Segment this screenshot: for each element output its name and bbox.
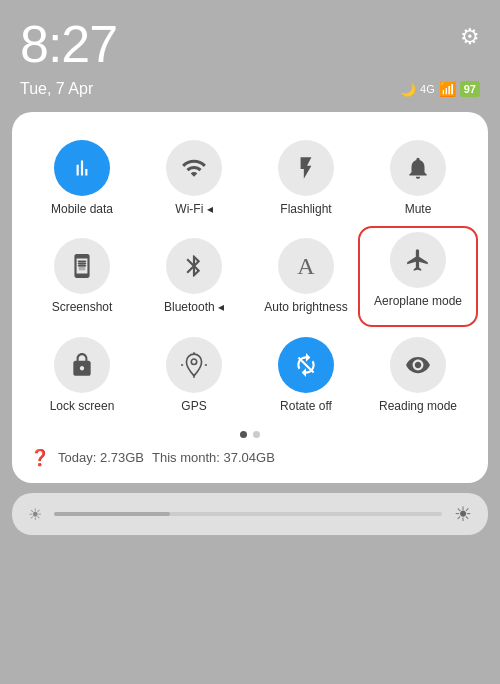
rotate-off-label: Rotate off — [280, 399, 332, 413]
brightness-bar[interactable]: ☀ ☀ — [12, 493, 488, 535]
moon-icon: 🌙 — [400, 82, 416, 97]
reading-mode-label: Reading mode — [379, 399, 457, 413]
tile-rotate-off[interactable]: Rotate off — [250, 329, 362, 421]
wifi-label: Wi-Fi ◂ — [175, 202, 212, 216]
brightness-fill — [54, 512, 170, 516]
flashlight-icon — [278, 140, 334, 196]
rotate-icon — [278, 337, 334, 393]
time-display: 8:27 — [20, 18, 117, 70]
tile-lock-screen[interactable]: Lock screen — [26, 329, 138, 421]
svg-rect-2 — [78, 265, 87, 267]
data-usage-icon: ❓ — [30, 448, 50, 467]
data-today: Today: 2.73GB — [58, 450, 144, 465]
lock-screen-label: Lock screen — [50, 399, 115, 413]
quick-settings-panel: Mobile data Wi-Fi ◂ Flashlight Mute — [12, 112, 488, 483]
bluetooth-label: Bluetooth ◂ — [164, 300, 224, 314]
tile-flashlight[interactable]: Flashlight — [250, 132, 362, 224]
mobile-data-icon — [54, 140, 110, 196]
tile-auto-brightness[interactable]: A Auto brightness — [250, 230, 362, 322]
tile-reading-mode[interactable]: Reading mode — [362, 329, 474, 421]
brightness-high-icon: ☀ — [454, 502, 472, 526]
data-usage-row: ❓ Today: 2.73GB This month: 37.04GB — [26, 446, 474, 469]
gps-icon — [166, 337, 222, 393]
tile-mute[interactable]: Mute — [362, 132, 474, 224]
mute-label: Mute — [405, 202, 432, 216]
brightness-track[interactable] — [54, 512, 442, 516]
tile-wifi[interactable]: Wi-Fi ◂ — [138, 132, 250, 224]
flashlight-label: Flashlight — [280, 202, 331, 216]
screenshot-icon — [54, 238, 110, 294]
tile-aeroplane-mode[interactable]: Aeroplane mode — [358, 226, 478, 326]
auto-brightness-label: Auto brightness — [264, 300, 347, 314]
gps-label: GPS — [181, 399, 206, 413]
page-dots — [26, 431, 474, 438]
gear-icon[interactable]: ⚙ — [460, 24, 480, 50]
dot-2[interactable] — [253, 431, 260, 438]
screenshot-label: Screenshot — [52, 300, 113, 314]
wifi-icon — [166, 140, 222, 196]
status-icons: 🌙 4G 📶 97 — [400, 81, 480, 97]
svg-rect-0 — [78, 261, 87, 263]
aeroplane-icon — [390, 232, 446, 288]
lock-screen-icon — [54, 337, 110, 393]
signal-bars-icon: 📶 — [439, 81, 456, 97]
mute-icon — [390, 140, 446, 196]
data-month: This month: 37.04GB — [152, 450, 275, 465]
battery-indicator: 97 — [460, 81, 480, 97]
dot-1[interactable] — [240, 431, 247, 438]
auto-brightness-icon: A — [278, 238, 334, 294]
date-display: Tue, 7 Apr — [20, 80, 93, 98]
reading-mode-icon — [390, 337, 446, 393]
quick-settings-grid: Mobile data Wi-Fi ◂ Flashlight Mute — [26, 132, 474, 421]
status-bar: 8:27 ⚙ — [0, 0, 500, 78]
date-row: Tue, 7 Apr 🌙 4G 📶 97 — [0, 78, 500, 98]
tile-bluetooth[interactable]: Bluetooth ◂ — [138, 230, 250, 322]
tile-gps[interactable]: GPS — [138, 329, 250, 421]
tile-screenshot[interactable]: Screenshot — [26, 230, 138, 322]
aeroplane-mode-label: Aeroplane mode — [374, 294, 462, 308]
signal-text: 4G — [420, 83, 435, 95]
brightness-low-icon: ☀ — [28, 505, 42, 524]
mobile-data-label: Mobile data — [51, 202, 113, 216]
tile-mobile-data[interactable]: Mobile data — [26, 132, 138, 224]
bluetooth-icon — [166, 238, 222, 294]
svg-rect-1 — [78, 263, 87, 265]
